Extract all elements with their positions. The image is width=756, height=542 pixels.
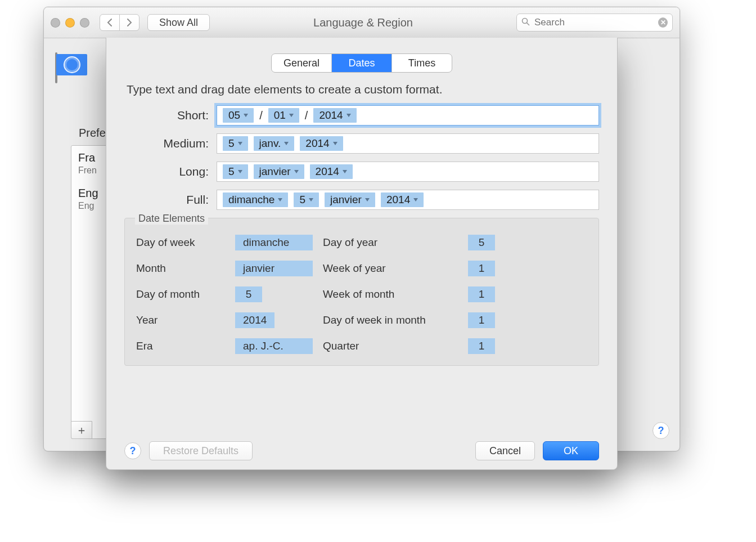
element-label: Day of week in month: [323, 314, 452, 326]
chevron-right-icon: [127, 19, 132, 26]
nav-arrows: [100, 14, 140, 31]
element-week-of-year[interactable]: 1: [468, 261, 495, 276]
date-elements-group: Date Elements Day of week dimanche Day o…: [124, 218, 599, 366]
element-dow-in-month[interactable]: 1: [468, 312, 495, 328]
token-day[interactable]: 5: [294, 192, 319, 207]
element-label: Quarter: [323, 340, 452, 352]
search-input[interactable]: [533, 16, 655, 29]
element-label: Month: [136, 262, 232, 275]
region-flag-icon: [56, 54, 90, 85]
close-window-button[interactable]: [51, 18, 60, 28]
forward-button[interactable]: [119, 14, 140, 31]
back-button[interactable]: [100, 14, 120, 31]
token-weekday[interactable]: dimanche: [223, 192, 288, 207]
date-elements-header: Date Elements: [135, 213, 208, 225]
element-label: Year: [136, 314, 232, 326]
chevron-down-icon: [346, 114, 351, 117]
label-medium: Medium:: [124, 137, 217, 150]
token-month[interactable]: janv.: [254, 136, 295, 151]
search-icon: [521, 17, 530, 28]
element-month[interactable]: janvier: [235, 261, 313, 276]
row-full: Full: dimanche 5 janvier 2014: [124, 190, 599, 210]
element-day-of-year[interactable]: 5: [468, 235, 495, 250]
full-format-field[interactable]: dimanche 5 janvier 2014: [217, 190, 599, 210]
help-button[interactable]: ?: [124, 442, 141, 459]
token-year[interactable]: 2014: [310, 164, 353, 179]
element-week-of-month[interactable]: 1: [468, 286, 495, 302]
row-medium: Medium: 5 janv. 2014: [124, 133, 599, 154]
token-day[interactable]: 5: [223, 136, 248, 151]
chevron-down-icon: [413, 198, 418, 201]
element-label: Era: [136, 340, 232, 352]
tab-times[interactable]: Times: [392, 54, 452, 72]
add-language-button[interactable]: ＋: [71, 421, 92, 439]
row-short: Short: 05 / 01 / 2014: [124, 105, 599, 126]
tab-bar: General Dates Times: [271, 53, 452, 73]
chevron-down-icon: [365, 198, 370, 201]
element-label: Week of month: [323, 288, 452, 301]
format-rows: Short: 05 / 01 / 2014 Medium: 5 janv. 20…: [124, 105, 599, 210]
token-year[interactable]: 2014: [381, 192, 424, 207]
token-day[interactable]: 5: [223, 164, 248, 179]
chevron-down-icon: [238, 142, 242, 145]
token-day[interactable]: 01: [268, 108, 299, 123]
chevron-down-icon: [278, 198, 282, 201]
chevron-down-icon: [244, 114, 248, 117]
long-format-field[interactable]: 5 janvier 2014: [217, 162, 599, 182]
tab-dates[interactable]: Dates: [332, 54, 392, 72]
date-format-sheet: General Dates Times Type text and drag d…: [106, 38, 618, 470]
token-year[interactable]: 2014: [313, 108, 356, 123]
chevron-left-icon: [107, 19, 112, 26]
help-button[interactable]: ?: [652, 422, 669, 439]
medium-format-field[interactable]: 5 janv. 2014: [217, 133, 599, 154]
chevron-down-icon: [284, 142, 289, 145]
preferred-languages-label: Prefe: [79, 127, 106, 140]
traffic-lights: [51, 18, 89, 28]
token-month[interactable]: janvier: [254, 164, 304, 179]
chevron-down-icon: [309, 198, 313, 201]
chevron-down-icon: [294, 170, 299, 173]
token-year[interactable]: 2014: [300, 136, 343, 151]
label-long: Long:: [124, 165, 217, 178]
element-era[interactable]: ap. J.-C.: [235, 338, 313, 354]
label-short: Short:: [124, 109, 217, 122]
row-long: Long: 5 janvier 2014: [124, 162, 599, 182]
zoom-window-button[interactable]: [80, 18, 89, 28]
show-all-button[interactable]: Show All: [147, 14, 210, 31]
chevron-down-icon: [333, 142, 338, 145]
svg-line-1: [527, 23, 529, 25]
element-quarter[interactable]: 1: [468, 338, 495, 354]
ok-button[interactable]: OK: [543, 441, 599, 460]
clear-search-button[interactable]: ✕: [658, 17, 668, 28]
search-field[interactable]: ✕: [516, 14, 673, 32]
restore-defaults-button[interactable]: Restore Defaults: [149, 441, 253, 460]
short-format-field[interactable]: 05 / 01 / 2014: [217, 105, 599, 126]
chevron-down-icon: [238, 170, 242, 173]
chevron-down-icon: [289, 114, 294, 117]
element-label: Day of month: [136, 288, 232, 301]
sheet-footer: ? Restore Defaults Cancel OK: [124, 441, 599, 460]
element-label: Day of week: [136, 236, 232, 249]
tab-general[interactable]: General: [272, 54, 332, 72]
label-full: Full:: [124, 193, 217, 207]
element-label: Day of year: [323, 236, 452, 249]
token-month[interactable]: janvier: [325, 192, 375, 207]
token-month[interactable]: 05: [223, 108, 254, 123]
element-day-of-week[interactable]: dimanche: [235, 235, 313, 250]
chevron-down-icon: [343, 170, 347, 173]
element-year[interactable]: 2014: [235, 312, 274, 328]
titlebar: Show All Language & Region ✕: [44, 7, 680, 38]
separator-text: /: [305, 109, 308, 122]
minimize-window-button[interactable]: [65, 18, 75, 28]
cancel-button[interactable]: Cancel: [475, 441, 535, 460]
window-title: Language & Region: [214, 16, 512, 29]
separator-text: /: [259, 109, 263, 122]
instruction-text: Type text and drag date elements to crea…: [127, 83, 597, 96]
element-label: Week of year: [323, 262, 452, 275]
element-day-of-month[interactable]: 5: [235, 286, 262, 302]
